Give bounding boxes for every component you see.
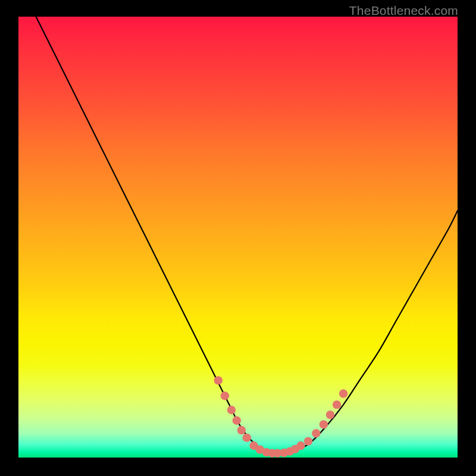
highlight-markers	[214, 376, 348, 458]
marker-dot	[237, 426, 246, 434]
marker-dot	[214, 376, 223, 384]
marker-dot	[339, 389, 347, 397]
bottleneck-curve	[36, 17, 458, 453]
attribution-text: TheBottleneck.com	[349, 4, 458, 18]
marker-dot	[312, 429, 320, 437]
marker-dot	[243, 433, 251, 441]
marker-dot	[333, 400, 341, 409]
marker-dot	[296, 441, 305, 450]
marker-dot	[221, 392, 229, 400]
marker-dot	[227, 406, 236, 414]
marker-dot	[304, 437, 312, 445]
chart-overlay	[18, 17, 458, 458]
marker-dot	[233, 416, 241, 425]
marker-dot	[326, 411, 334, 419]
marker-dot	[320, 420, 328, 428]
chart-frame: TheBottleneck.com	[0, 0, 476, 476]
